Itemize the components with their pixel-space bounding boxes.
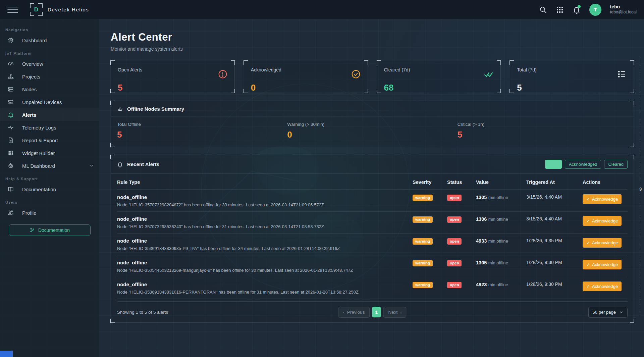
triggered-at: 3/15/26, 4:40 AM [526,216,580,221]
pagination: ‹ Previous 1 Next › [338,307,406,318]
acknowledge-button[interactable]: ✓Acknowledge [583,194,622,204]
sidebar-item-label: ML Dashboard [22,163,55,169]
chevron-left-icon: ‹ [343,310,345,315]
documentation-button[interactable]: Documentation [9,224,91,236]
offline-summary-title: Offline Nodes Summary [127,106,184,112]
table-row: node_offline Node "HELIO-353691843831016… [117,277,628,299]
acknowledge-button[interactable]: ✓Acknowledge [583,216,622,226]
logo-letter: D [34,6,38,13]
apps-grid-icon[interactable] [556,6,564,14]
status-badge: open [447,216,462,223]
sidebar-item-dashboard[interactable]: Dashboard [0,34,99,47]
sidebar-item-widget-builder[interactable]: Widget Builder [0,147,99,159]
filter-acknowledged-button[interactable]: Acknowledged [565,160,601,169]
activity-icon [7,124,14,131]
acknowledge-label: Acknowledge [592,262,618,267]
sidebar-section-help-support: Help & Support [0,172,99,183]
stat-card-value: 5 [118,83,228,93]
offline-stat-warning: Warning (> 30min) 0 [287,122,457,140]
table-row: node_offline Node "HELIO-357073298204872… [117,190,628,212]
sidebar-item-label: Dashboard [22,38,47,43]
offline-stat-total: Total Offline 5 [117,122,287,140]
acknowledge-label: Acknowledge [592,240,618,245]
stat-card-cleared[interactable]: Cleared (7d) 68 [377,61,501,93]
alert-value: 4923 [476,282,487,287]
user-meta[interactable]: tebo tebo@iot.local [610,4,637,15]
notification-dot [578,5,581,8]
sidebar-item-overview[interactable]: Overview [0,57,99,70]
robot-icon [7,162,14,169]
bell-icon[interactable] [573,6,581,14]
rule-type: node_offline [117,238,410,244]
rule-cell: node_offline Node "HELIO-357073298536240… [117,216,410,229]
alerts-table: Rule Type Severity Status Value Triggere… [111,173,634,302]
acknowledge-button[interactable]: ✓Acknowledge [583,238,622,248]
rule-type: node_offline [117,282,410,287]
list-icon [617,69,627,79]
sidebar-item-alerts[interactable]: Alerts [0,108,99,121]
stat-card-label: Open Alerts [118,67,142,72]
alert-value-unit: min offline [488,239,508,244]
user-email: tebo@iot.local [610,10,637,15]
bell-icon [7,111,14,118]
rule-description: Node "HELIO-357073298536240" has been of… [117,224,410,229]
sidebar-item-telemetry-logs[interactable]: Telemetry Logs [0,121,99,134]
app-logo[interactable]: D [30,4,42,16]
topbar: D Devetek Helios T tebo tebo@iot.local [0,0,644,19]
table-bottom-divider [117,299,628,302]
sidebar-item-label: Nodes [22,87,37,92]
col-triggered-at: Triggered At [526,180,580,185]
showing-text: Showing 1 to 5 of 5 alerts [117,310,168,315]
sidebar-item-ml-dashboard[interactable]: ML Dashboard [0,159,99,172]
next-page-button[interactable]: Next › [383,307,406,318]
sidebar-section-navigation: Navigation [0,23,99,34]
sidebar-item-projects[interactable]: Projects [0,70,99,83]
severity-badge: warning [413,195,433,201]
previous-label: Previous [347,310,365,315]
offline-stat-value: 5 [117,130,287,140]
sidebar-item-profile[interactable]: Profile [0,206,99,219]
sidebar-item-label: Unpaired Devices [22,99,62,105]
git-branch-icon [30,227,35,233]
avatar[interactable]: T [589,4,601,16]
stat-card-value: 68 [384,83,494,93]
sidebar-item-unpaired-devices[interactable]: Unpaired Devices [0,96,99,108]
status-badge: open [447,195,462,201]
acknowledge-button[interactable]: ✓Acknowledge [583,282,622,291]
unpaired-icon [7,99,14,105]
rule-cell: node_offline Node "HELIO-353691843830935… [117,238,410,251]
table-row: node_offline Node "HELIO-353691843830935… [117,234,628,255]
search-icon[interactable] [539,6,547,14]
stat-card-acknowledged[interactable]: Acknowledged 0 [244,61,368,93]
page-title: Alert Center [111,31,634,43]
filter-cleared-button[interactable]: Cleared [604,160,628,169]
offline-stat-value: 5 [458,130,628,140]
filter-open-button[interactable] [545,160,562,169]
alert-value: 1305 [476,260,487,265]
acknowledge-button[interactable]: ✓Acknowledge [583,260,622,269]
check-icon: ✓ [586,262,590,267]
stat-card-open-alerts[interactable]: Open Alerts 5 [111,61,235,93]
stat-cards: Open Alerts 5 Acknowledged 0 Cleared (7d… [111,61,634,93]
alert-value: 1306 [476,216,487,222]
sidebar-item-report-export[interactable]: Report & Export [0,134,99,147]
main-content: Alert Center Monitor and manage system a… [99,19,644,323]
severity-badge: warning [413,282,433,288]
per-page-select[interactable]: 50 per page [588,307,628,318]
sidebar-item-nodes[interactable]: Nodes [0,83,99,96]
recent-alerts-title: Recent Alerts [127,161,159,167]
user-name: tebo [610,4,637,10]
menu-icon[interactable] [7,7,18,13]
gauge-icon [7,60,14,67]
rule-cell: node_offline Node "HELIO-350544503213269… [117,260,410,273]
page-1-button[interactable]: 1 [372,307,381,317]
severity-badge: warning [413,238,433,245]
sidebar-item-documentation[interactable]: Documentation [0,183,99,196]
sidebar-item-label: Widget Builder [22,150,55,156]
status-badge: open [447,238,462,245]
rule-cell: node_offline Node "HELIO-357073298204872… [117,194,410,207]
stat-card-total[interactable]: Total (7d) 5 [510,61,634,93]
offline-summary-stats: Total Offline 5 Warning (> 30min) 0 Crit… [111,116,634,147]
rule-description: Node "HELIO-357073298204872" has been of… [117,202,410,207]
previous-page-button[interactable]: ‹ Previous [338,307,370,318]
